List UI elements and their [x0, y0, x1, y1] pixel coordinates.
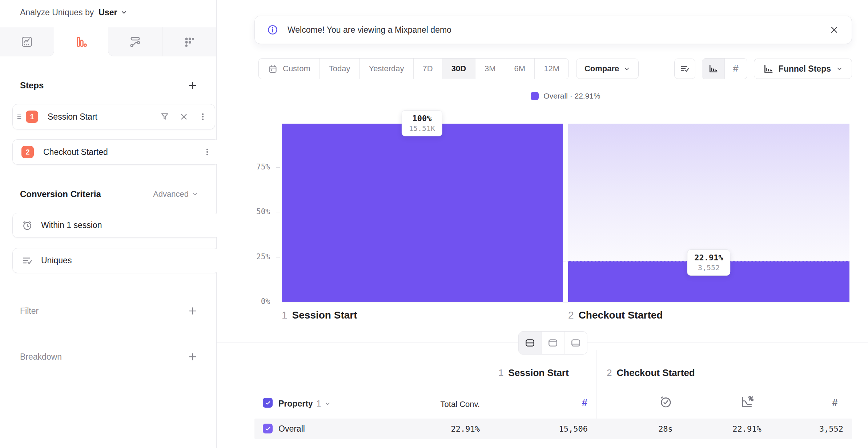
tab-funnels[interactable]	[54, 27, 108, 56]
advanced-dropdown[interactable]: Advanced	[153, 189, 198, 199]
toggle-number[interactable]: #	[724, 59, 747, 79]
close-icon[interactable]	[829, 25, 839, 35]
query-builder-sidebar: Analyze Uniques by User	[0, 0, 217, 448]
step-name[interactable]: Session Start	[48, 112, 160, 122]
compare-button[interactable]: Compare	[576, 59, 639, 79]
funnel-view-dropdown[interactable]: Funnel Steps	[754, 59, 852, 79]
y-axis-tick: 0%	[228, 297, 270, 306]
analyze-entity-dropdown[interactable]: User	[99, 8, 117, 17]
bar-tooltip-step-1: 100% 15.51K	[402, 110, 442, 136]
info-icon	[267, 24, 278, 35]
step1-count-metric-icon[interactable]: #	[551, 397, 587, 408]
tab-flows[interactable]	[108, 27, 162, 56]
date-range-6m[interactable]: 6M	[505, 59, 535, 79]
y-axis-tickmark	[276, 167, 280, 168]
total-conv-column-header: Total Conv.	[371, 400, 480, 409]
row-name: Overall	[278, 419, 305, 439]
funnel-view-label: Funnel Steps	[779, 64, 831, 74]
select-all-checkbox[interactable]	[263, 398, 273, 408]
chevron-down-icon	[192, 191, 198, 197]
top-panel-icon	[547, 337, 558, 348]
date-range-label: 3M	[485, 64, 496, 73]
remove-step-icon[interactable]	[179, 112, 189, 121]
date-range-today[interactable]: Today	[320, 59, 359, 79]
bar-chart-icon	[763, 64, 773, 74]
step2-count-metric-icon[interactable]: #	[824, 397, 846, 408]
conversion-criteria-header: Conversion Criteria Advanced	[20, 187, 198, 201]
chevron-down-icon[interactable]	[120, 9, 128, 16]
funnel-bar-step-1[interactable]	[282, 124, 563, 302]
conversion-window-card[interactable]: Within 1 session	[12, 213, 220, 238]
step-actions	[202, 147, 212, 157]
bar-chart-icon	[708, 64, 718, 74]
add-step-button[interactable]	[187, 80, 198, 91]
row-checkbox[interactable]	[263, 424, 273, 433]
analyze-row: Analyze Uniques by User	[20, 4, 128, 20]
toggle-bar-chart[interactable]	[702, 59, 724, 79]
breakdown-label: Breakdown	[20, 352, 62, 362]
report-main: Welcome! You are viewing a Mixpanel demo…	[217, 0, 868, 448]
list-check-icon	[21, 255, 33, 267]
chevron-down-icon	[836, 65, 843, 72]
tab-insights[interactable]	[0, 27, 54, 56]
x-axis-line	[282, 302, 850, 303]
step-actions	[160, 112, 208, 122]
add-breakdown-button[interactable]	[187, 351, 198, 362]
step-menu-icon[interactable]	[198, 112, 208, 121]
step-card-2[interactable]: 2 Checkout Started	[12, 139, 220, 165]
funnel-analysis-app: Analyze Uniques by User	[0, 0, 868, 448]
check-icon	[265, 425, 271, 432]
step-card-1[interactable]: 1 Session Start	[12, 104, 215, 129]
layout-table-only[interactable]	[564, 332, 587, 354]
metric-uniques-button[interactable]	[674, 59, 695, 79]
group-index: 2	[607, 367, 612, 379]
counting-method-label: Uniques	[41, 256, 72, 265]
date-range-label: Custom	[283, 64, 310, 73]
drag-handle-icon[interactable]	[17, 113, 23, 120]
avg-time-metric-icon[interactable]	[655, 395, 676, 409]
property-column-header[interactable]: Property 1	[278, 399, 331, 409]
layout-split-view[interactable]	[519, 332, 541, 354]
date-range-yesterday[interactable]: Yesterday	[359, 59, 413, 79]
chart-legend[interactable]: Overall · 22.91%	[282, 92, 849, 100]
advanced-label: Advanced	[153, 189, 189, 199]
layout-chart-only[interactable]	[541, 332, 564, 354]
date-range-label: 7D	[423, 64, 433, 73]
legend-label: Overall · 22.91%	[543, 92, 600, 100]
compare-label: Compare	[584, 64, 619, 73]
date-range-12m[interactable]: 12M	[534, 59, 568, 79]
step-name: Session Start	[292, 309, 357, 321]
report-type-tabbar	[0, 27, 216, 56]
date-range-picker: Custom Today Yesterday 7D 30D 3M 6M 12M	[258, 58, 569, 79]
date-range-7d[interactable]: 7D	[413, 59, 442, 79]
x-axis-label-step-2: 2 Checkout Started	[568, 309, 663, 321]
step-name: Checkout Started	[579, 309, 663, 321]
add-filter-button[interactable]	[187, 305, 198, 316]
date-range-custom[interactable]: Custom	[259, 59, 320, 79]
y-axis-tick: 75%	[228, 163, 270, 171]
y-axis-tickmark	[276, 212, 280, 212]
tooltip-percent: 100%	[409, 114, 435, 123]
analyze-label: Analyze Uniques by	[20, 8, 94, 17]
step-name[interactable]: Checkout Started	[43, 147, 202, 157]
tab-retention[interactable]	[162, 27, 216, 56]
tooltip-count: 15.51K	[409, 124, 435, 133]
x-axis-label-step-1: 1 Session Start	[282, 309, 357, 321]
date-range-3m[interactable]: 3M	[475, 59, 505, 79]
date-range-label: Yesterday	[369, 64, 404, 73]
table-row-overall[interactable]: Overall 22.91% 15,506 28s 22.91% 3,552	[254, 419, 852, 439]
property-label: Property	[278, 399, 313, 409]
list-check-icon	[680, 64, 690, 74]
property-index: 1	[317, 399, 321, 409]
flows-icon	[129, 35, 142, 48]
step-number-badge: 2	[21, 146, 34, 158]
step-menu-icon[interactable]	[202, 147, 212, 157]
table-group-header-step-1: 1 Session Start	[498, 367, 569, 379]
date-range-30d[interactable]: 30D	[442, 59, 475, 79]
date-range-label: Today	[329, 64, 350, 73]
step-number-badge: 1	[26, 111, 38, 123]
demo-banner: Welcome! You are viewing a Mixpanel demo	[254, 16, 852, 44]
filter-step-icon[interactable]	[160, 112, 170, 122]
conv-rate-metric-icon[interactable]	[736, 395, 758, 409]
counting-method-card[interactable]: Uniques	[12, 248, 220, 273]
